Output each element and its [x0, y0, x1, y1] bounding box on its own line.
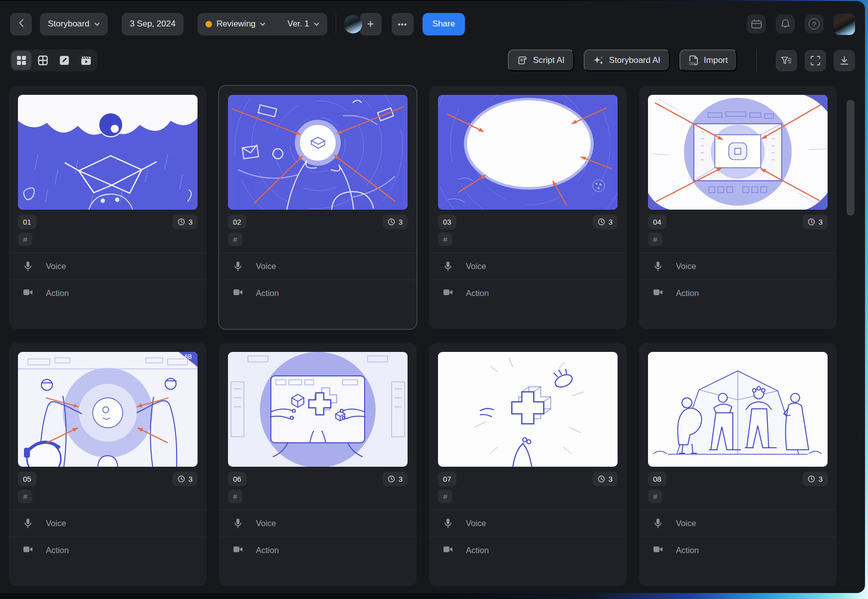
- frame-image-02[interactable]: [228, 95, 408, 210]
- frame-duration-badge[interactable]: 3: [803, 472, 828, 486]
- frame-image-04[interactable]: [648, 95, 828, 210]
- frame-duration-badge[interactable]: 3: [173, 215, 198, 229]
- grid-view-button[interactable]: [11, 51, 31, 70]
- frame-card-08[interactable]: 08 3 # Voice Action: [639, 343, 837, 586]
- frame-duration-badge[interactable]: 3: [383, 215, 408, 229]
- frame-card-01[interactable]: 01 3 # Voice Action: [9, 86, 207, 329]
- frame-card-07[interactable]: 07 3 # Voice Action: [429, 343, 627, 586]
- voice-field[interactable]: Voice: [429, 253, 627, 280]
- microphone-icon: [443, 518, 453, 529]
- project-menu-button[interactable]: Storyboard: [40, 13, 108, 35]
- status-dot-icon: [206, 21, 212, 27]
- back-button[interactable]: [10, 13, 32, 35]
- frame-tag-button[interactable]: #: [18, 233, 32, 246]
- microphone-icon: [653, 518, 663, 529]
- svg-text:CSV: CSV: [689, 62, 696, 65]
- fullscreen-icon: [810, 55, 821, 66]
- frame-card-02[interactable]: 02 3 # Voice Action: [219, 86, 417, 329]
- script-icon: [517, 55, 528, 65]
- frame-image-06[interactable]: [228, 352, 408, 467]
- sparkles-icon: [593, 55, 604, 65]
- frame-duration-badge[interactable]: 3: [383, 472, 408, 486]
- csv-file-icon: CSV: [689, 55, 699, 66]
- frame-tag-button[interactable]: #: [438, 490, 452, 503]
- voice-field[interactable]: Voice: [639, 510, 837, 537]
- action-field[interactable]: Action: [219, 280, 417, 329]
- frame-number-badge: 04: [648, 215, 666, 229]
- view-toolbar: Script AI Storyboard AI CSV Import: [0, 49, 865, 72]
- frame-number-badge: 06: [228, 472, 246, 486]
- frame-duration-badge[interactable]: 3: [173, 472, 198, 486]
- voice-field[interactable]: Voice: [219, 253, 417, 280]
- frame-image-08[interactable]: [648, 352, 828, 467]
- top-bar: Storyboard 3 Sep, 2024 Reviewing Ver. 1 …: [0, 1, 865, 47]
- frame-tag-button[interactable]: #: [648, 233, 662, 246]
- billing-card-button[interactable]: [747, 14, 766, 33]
- frame-tag-button[interactable]: #: [228, 490, 242, 503]
- microphone-icon: [443, 261, 453, 272]
- script-ai-button[interactable]: Script AI: [508, 49, 574, 71]
- download-button[interactable]: [834, 50, 855, 71]
- video-camera-icon: [233, 289, 243, 296]
- action-field[interactable]: Action: [429, 280, 627, 329]
- frame-duration-badge[interactable]: 3: [803, 215, 828, 229]
- action-field[interactable]: Action: [639, 280, 837, 329]
- microphone-icon: [23, 518, 33, 529]
- frame-image-05[interactable]: 6B: [18, 352, 198, 467]
- edit-view-button[interactable]: [54, 51, 74, 70]
- action-field[interactable]: Action: [9, 280, 207, 329]
- table-view-button[interactable]: [33, 51, 53, 70]
- voice-field[interactable]: Voice: [429, 510, 627, 537]
- voice-field[interactable]: Voice: [9, 253, 207, 280]
- clock-icon: [388, 475, 395, 483]
- storyboard-ai-button[interactable]: Storyboard AI: [584, 49, 670, 71]
- frame-tag-button[interactable]: #: [438, 233, 452, 246]
- collaborator-avatar[interactable]: [344, 15, 362, 33]
- date-button[interactable]: 3 Sep, 2024: [122, 13, 184, 35]
- frame-tag-button[interactable]: #: [18, 490, 32, 503]
- clock-icon: [178, 218, 185, 226]
- video-camera-icon: [653, 546, 663, 553]
- animatic-view-button[interactable]: [76, 51, 96, 70]
- action-field[interactable]: Action: [639, 537, 837, 586]
- frame-duration-badge[interactable]: 3: [593, 215, 618, 229]
- grid-view-icon: [16, 55, 27, 66]
- topbar-right-cluster: ?: [747, 13, 855, 35]
- vertical-scrollbar-thumb[interactable]: [847, 100, 855, 216]
- clock-icon: [598, 218, 605, 226]
- frame-tag-button[interactable]: #: [648, 490, 662, 503]
- share-button[interactable]: Share: [423, 13, 465, 35]
- toolbar-right-cluster: Script AI Storyboard AI CSV Import: [508, 49, 855, 71]
- voice-field[interactable]: Voice: [219, 510, 417, 537]
- storyboard-grid: 01 3 # Voice Action: [9, 86, 837, 586]
- frame-card-04[interactable]: 04 3 # Voice Action: [639, 86, 837, 329]
- video-camera-icon: [443, 289, 453, 296]
- notifications-button[interactable]: [776, 14, 795, 33]
- import-button[interactable]: CSV Import: [679, 49, 737, 71]
- status-version-pill[interactable]: Reviewing Ver. 1: [198, 13, 327, 35]
- status-label: Reviewing: [217, 19, 255, 29]
- frame-card-06[interactable]: 06 3 # Voice Action: [219, 343, 417, 586]
- video-camera-icon: [653, 289, 663, 296]
- frame-image-03[interactable]: [438, 95, 618, 210]
- action-field[interactable]: Action: [429, 537, 627, 586]
- action-field[interactable]: Action: [219, 537, 417, 586]
- help-button[interactable]: ?: [805, 14, 824, 33]
- frame-image-01[interactable]: [18, 95, 198, 210]
- voice-field[interactable]: Voice: [9, 510, 207, 537]
- frame-number-badge: 07: [438, 472, 456, 486]
- frame-image-07[interactable]: [438, 352, 618, 467]
- microphone-icon: [23, 261, 33, 272]
- frame-card-03[interactable]: 03 3 # Voice Action: [429, 86, 627, 329]
- more-options-button[interactable]: •••: [392, 13, 414, 35]
- frame-card-05[interactable]: 6B: [9, 343, 207, 586]
- action-field[interactable]: Action: [9, 537, 207, 586]
- frame-number-badge: 08: [648, 472, 666, 486]
- frame-duration-badge[interactable]: 3: [593, 472, 618, 486]
- user-avatar[interactable]: [834, 13, 855, 35]
- voice-field[interactable]: Voice: [639, 253, 837, 280]
- fullscreen-button[interactable]: [805, 50, 826, 71]
- add-collaborator-button[interactable]: +: [360, 13, 382, 35]
- filter-button[interactable]: [776, 50, 797, 71]
- frame-tag-button[interactable]: #: [228, 233, 242, 246]
